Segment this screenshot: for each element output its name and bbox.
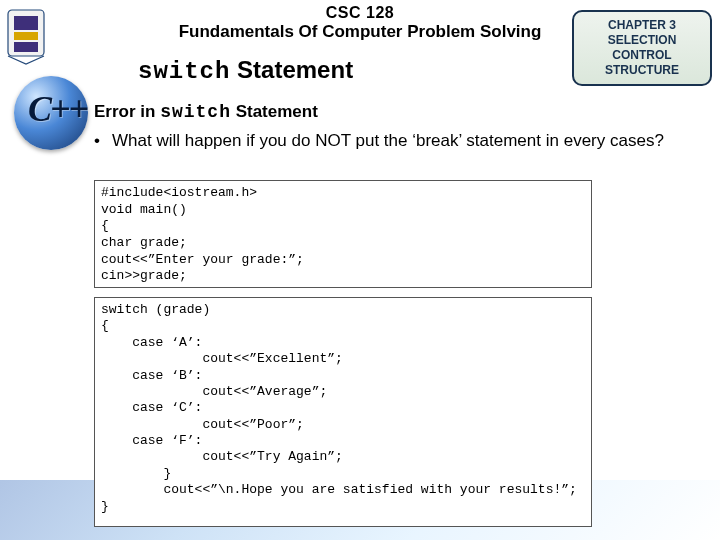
chapter-badge: CHAPTER 3 SELECTION CONTROL STRUCTURE (572, 10, 712, 86)
section-title: switch Statement (138, 56, 353, 85)
slide: CSC 128 Fundamentals Of Computer Problem… (0, 0, 720, 540)
sub-title-mono: switch (160, 102, 231, 122)
sub-title-suffix: Statement (231, 102, 318, 121)
section-title-rest: Statement (230, 56, 353, 83)
bullet-marker: • (94, 130, 112, 153)
bullet-text: What will happen if you do NOT put the ‘… (112, 130, 712, 153)
chapter-line3: STRUCTURE (580, 63, 704, 78)
svg-rect-3 (14, 42, 38, 52)
chapter-line1: CHAPTER 3 (580, 18, 704, 33)
code-block-1: #include<iostream.h> void main() { char … (94, 180, 592, 288)
section-title-mono: switch (138, 58, 230, 85)
cpp-text: C++ (28, 88, 87, 130)
chapter-line2: SELECTION CONTROL (580, 33, 704, 63)
sub-title-prefix: Error in (94, 102, 160, 121)
cpp-logo-icon: C++ (2, 70, 98, 156)
bullet-item: •What will happen if you do NOT put the … (94, 130, 720, 153)
sub-title: Error in switch Statement (94, 102, 318, 122)
code-block-2: switch (grade) { case ‘A’: cout<<”Excell… (94, 297, 592, 527)
